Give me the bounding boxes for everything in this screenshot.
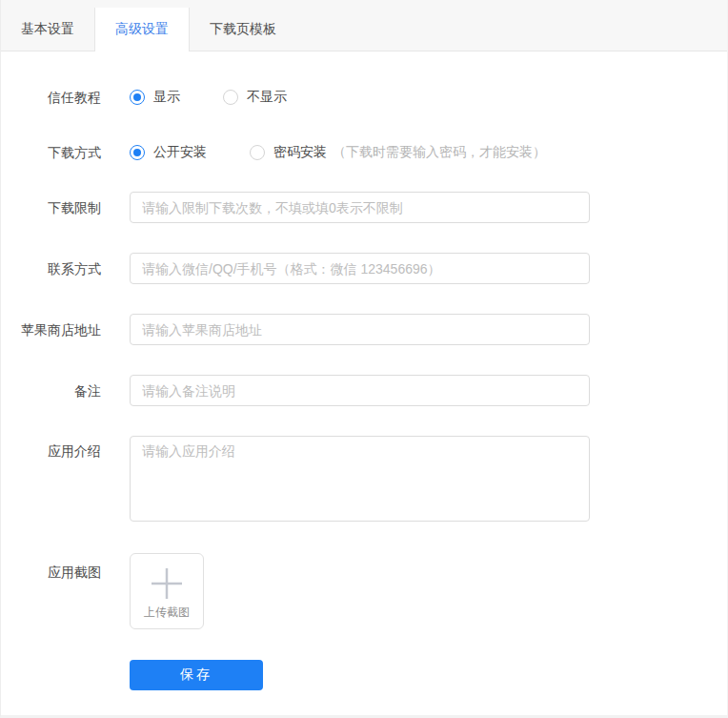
download-method-row: 下载方式 公开安装 密码安装 （下载时需要输入密码，才能安装） [1, 144, 727, 161]
apple-store-input[interactable] [130, 314, 590, 345]
contact-row: 联系方式 [1, 253, 727, 284]
remark-row: 备注 [1, 375, 727, 406]
settings-panel: 基本设置 高级设置 下载页模板 信任教程 显示 不显示 下载方式 [0, 0, 728, 718]
contact-label: 联系方式 [1, 260, 101, 277]
radio-hide-icon[interactable] [223, 90, 238, 105]
app-screenshot-label: 应用截图 [1, 553, 101, 581]
remark-input[interactable] [130, 375, 590, 406]
tab-basic-settings[interactable]: 基本设置 [1, 8, 94, 51]
upload-screenshot-button[interactable]: 上传截图 [130, 553, 204, 629]
app-intro-row: 应用介绍 [1, 436, 727, 522]
download-limit-label: 下载限制 [1, 199, 101, 216]
apple-store-label: 苹果商店地址 [1, 321, 101, 338]
radio-password-install-label: 密码安装 [273, 144, 327, 161]
app-intro-label: 应用介绍 [1, 436, 101, 460]
radio-password-install-icon[interactable] [250, 145, 265, 160]
download-method-options: 公开安装 密码安装 （下载时需要输入密码，才能安装） [130, 144, 546, 161]
trust-tutorial-row: 信任教程 显示 不显示 [1, 89, 727, 106]
radio-hide-label: 不显示 [247, 89, 287, 106]
download-method-label: 下载方式 [1, 144, 101, 161]
radio-public-install-label: 公开安装 [153, 144, 207, 161]
apple-store-row: 苹果商店地址 [1, 314, 727, 345]
contact-input[interactable] [130, 253, 590, 284]
app-screenshot-row: 应用截图 上传截图 [1, 553, 727, 629]
trust-tutorial-options: 显示 不显示 [130, 89, 287, 106]
radio-public-install[interactable]: 公开安装 [130, 144, 207, 161]
upload-screenshot-text: 上传截图 [144, 603, 190, 622]
tab-download-page-template[interactable]: 下载页模板 [190, 8, 296, 51]
advanced-settings-form: 信任教程 显示 不显示 下载方式 公开安装 [1, 51, 727, 690]
tab-bar: 基本设置 高级设置 下载页模板 [1, 0, 727, 51]
radio-password-install[interactable]: 密码安装 [250, 144, 327, 161]
plus-icon [150, 566, 184, 601]
radio-show-icon[interactable] [130, 90, 145, 105]
password-install-hint: （下载时需要输入密码，才能安装） [333, 144, 546, 161]
radio-public-install-icon[interactable] [130, 145, 145, 160]
remark-label: 备注 [1, 382, 101, 400]
tab-advanced-settings[interactable]: 高级设置 [94, 8, 190, 51]
save-button[interactable]: 保存 [130, 660, 263, 690]
download-limit-input[interactable] [130, 192, 590, 223]
download-limit-row: 下载限制 [1, 192, 727, 223]
radio-hide[interactable]: 不显示 [223, 89, 287, 106]
radio-show-label: 显示 [153, 89, 180, 106]
radio-show[interactable]: 显示 [130, 89, 180, 106]
trust-tutorial-label: 信任教程 [1, 89, 101, 106]
app-intro-textarea[interactable] [130, 436, 590, 522]
